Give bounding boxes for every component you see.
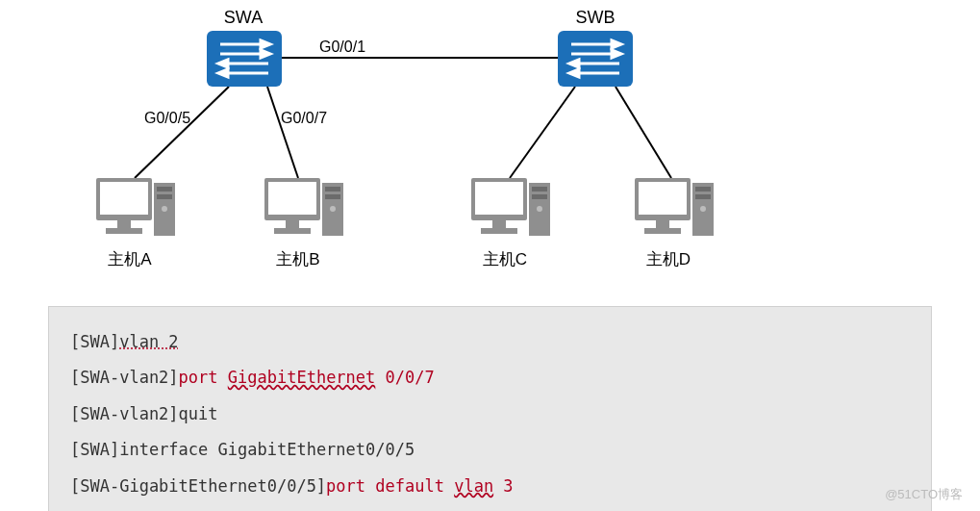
host-D xyxy=(635,178,714,236)
cli-line-1: [SWA]vlan 2 xyxy=(70,324,910,360)
switch-SWB-label: SWB xyxy=(575,8,615,27)
host-A xyxy=(96,178,175,236)
cli-line-3: [SWA-vlan2]quit xyxy=(70,396,910,432)
port-label-g001: G0/0/1 xyxy=(319,38,365,55)
host-D-label: 主机D xyxy=(646,250,691,268)
cli-block: [SWA]vlan 2 [SWA-vlan2]port GigabitEther… xyxy=(48,306,932,511)
watermark: @51CTO博客 xyxy=(885,486,963,503)
cli-line-5: [SWA-GigabitEthernet0/0/5]port default v… xyxy=(70,469,910,504)
host-B xyxy=(264,178,343,236)
switch-SWA-label: SWA xyxy=(224,8,263,27)
host-C xyxy=(471,178,550,236)
switch-SWB xyxy=(558,31,633,87)
svg-line-3 xyxy=(510,87,575,178)
port-label-g007: G0/0/7 xyxy=(281,110,327,126)
cli-line-2: [SWA-vlan2]port GigabitEthernet 0/0/7 xyxy=(70,360,910,396)
topology-diagram: SWA SWB G0/0/1 G0/0/5 G0/0/7 主机A 主机B 主机C… xyxy=(0,0,980,289)
host-B-label: 主机B xyxy=(276,250,319,268)
host-A-label: 主机A xyxy=(108,250,152,268)
svg-line-4 xyxy=(616,87,671,178)
switch-SWA xyxy=(207,31,282,87)
cli-line-4: [SWA]interface GigabitEthernet0/0/5 xyxy=(70,432,910,468)
host-C-label: 主机C xyxy=(483,250,527,268)
svg-line-2 xyxy=(267,87,298,178)
port-label-g005: G0/0/5 xyxy=(144,110,190,126)
svg-line-1 xyxy=(135,87,229,178)
